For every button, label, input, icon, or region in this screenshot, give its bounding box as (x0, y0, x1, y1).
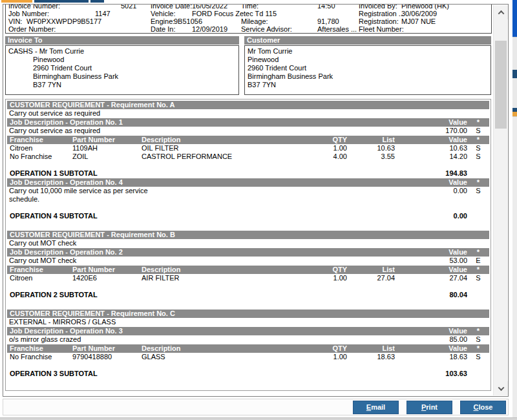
operation-line-flag: S (467, 187, 489, 204)
part-description: OIL FILTER (142, 144, 306, 152)
subtotal-value: 0.00 (395, 212, 467, 220)
scroll-up-button[interactable] (494, 5, 508, 19)
print-button[interactable]: Print (406, 401, 452, 414)
time-value: 14:50 (317, 4, 335, 10)
job-number-label: Job Number: (8, 10, 49, 17)
part-flag: S (467, 144, 489, 152)
vertical-scrollbar[interactable] (493, 5, 507, 395)
part-value: 14.20 (395, 152, 467, 161)
value-header: Value (395, 266, 467, 274)
close-button[interactable]: Close (460, 401, 506, 414)
description-header: Description (142, 344, 306, 353)
subtotal-value: 194.83 (395, 169, 467, 178)
invoice-number-label: Invoice Number: (8, 4, 60, 10)
vin-label: VIN: (8, 17, 22, 25)
mileage-label: Mileage: (241, 17, 268, 25)
time-label: Time: (241, 4, 258, 10)
part-franchise: Citroen (7, 274, 72, 282)
customer-line: 2960 Trident Court (248, 64, 488, 72)
operation-line-flag: S (467, 127, 489, 135)
value-column-header: Value (395, 248, 467, 257)
invoice-to-column: Invoice To CASHS - Mr Tom Currie Pinewoo… (5, 36, 239, 95)
operation-line-value: 0.00 (395, 187, 467, 204)
part-qty: 1.00 (306, 144, 347, 152)
vehicle-label: Vehicle: (151, 10, 176, 17)
part-list: 10.63 (347, 144, 395, 152)
operation-4-bar: Job Description - Operation No. 4 Value … (7, 178, 489, 187)
invoiced-by-value: Pinewood (HK) (401, 4, 449, 10)
job-number-value: 1147 (95, 10, 111, 17)
background-tab-orange (1, 0, 32, 3)
invoice-to-address-box: CASHS - Mr Tom Currie Pinewood 2960 Trid… (5, 45, 239, 95)
subtotal-label: OPERATION 4 SUBTOTAL (7, 212, 395, 220)
part-franchise: No Franchise (7, 152, 72, 161)
customer-line: Pinewood (248, 56, 488, 64)
requirements-container: CUSTOMER REQUIREMENT - Requirement No. A… (5, 99, 491, 391)
header-row-3: VIN: WF0PXXWPDP9B5177 Engine: 9B51056 Mi… (6, 17, 491, 25)
part-description: CASTROL PERFORMANCE (142, 152, 306, 161)
invoice-to-line: 2960 Trident Court (8, 64, 236, 72)
parts-table-header: Franchise Part Number Description QTY Li… (7, 344, 489, 353)
registration-date-label: Registration ... (359, 10, 405, 17)
flag-header: * (467, 266, 489, 274)
operation-4-subtotal-row: OPERATION 4 SUBTOTAL 0.00 (7, 212, 489, 220)
operation-line-value: 170.00 (395, 127, 467, 135)
description-header: Description (142, 266, 306, 274)
operation-line-text: Carry out service as required (7, 127, 395, 135)
bottom-edge-strip (0, 417, 517, 420)
part-qty: 4.00 (306, 152, 347, 161)
part-qty: 1.00 (306, 353, 347, 361)
scrollbar-thumb[interactable] (495, 41, 507, 129)
part-franchise: No Franchise (7, 353, 72, 361)
part-qty: 1.00 (306, 274, 347, 282)
part-description: AIR FILTER (142, 274, 306, 282)
list-header: List (347, 266, 395, 274)
value-column-header: Value (395, 118, 467, 127)
requirement-b-header: CUSTOMER REQUIREMENT - Requirement No. B (7, 231, 489, 239)
operation-line-flag: E (467, 257, 489, 265)
requirement-a-header: CUSTOMER REQUIREMENT - Requirement No. A (7, 101, 489, 109)
background-window-edge (512, 0, 517, 420)
invoice-date-value: 16/05/2022 (192, 4, 227, 10)
operation-line-text: Carry out 10,000 mile service as per ser… (7, 187, 395, 204)
registration-label: Registration: (359, 17, 399, 25)
customer-header: Customer (244, 36, 491, 45)
subtotal-label: OPERATION 1 SUBTOTAL (7, 169, 395, 178)
invoice-number-value: 5021 (121, 4, 136, 10)
email-button[interactable]: Email (353, 401, 399, 414)
flag-header: * (467, 344, 489, 353)
operation-line-value: 53.00 (395, 257, 467, 265)
operation-4-title: Job Description - Operation No. 4 (7, 178, 395, 187)
scroll-down-button[interactable] (494, 381, 508, 395)
subtotal-label: OPERATION 2 SUBTOTAL (7, 291, 395, 299)
operation-1-line: Carry out service as required 170.00 S (7, 127, 489, 135)
invoiced-by-label: Invoiced By: (359, 4, 397, 10)
engine-value: 9B51056 (174, 17, 202, 25)
value-header: Value (395, 136, 467, 144)
part-description: GLASS (142, 353, 306, 361)
part-flag: S (467, 152, 489, 161)
operation-3-line: o/s mirror glass crazed 85.00 S (7, 335, 489, 344)
vehicle-value: FORD Focus Zetec Td 115 (192, 10, 277, 17)
service-advisor-value: Aftersales ... (317, 25, 357, 33)
mileage-value: 91,780 (317, 17, 339, 25)
operation-3-subtotal-row: OPERATION 3 SUBTOTAL 103.63 (7, 370, 489, 378)
operation-4-line: Carry out 10,000 mile service as per ser… (7, 187, 489, 204)
background-edge-blue (512, 0, 517, 37)
requirement-b-text: Carry out MOT check (7, 239, 489, 247)
operation-3-bar: Job Description - Operation No. 3 Value … (7, 327, 489, 335)
background-tab-blue (34, 0, 89, 3)
value-column-header: Value (395, 327, 467, 335)
address-section: Invoice To CASHS - Mr Tom Currie Pinewoo… (5, 36, 491, 95)
order-number-label: Order Number: (8, 25, 56, 33)
part-row: No Franchise ZOIL CASTROL PERFORMANCE 4.… (7, 152, 489, 161)
part-list: 27.04 (347, 274, 395, 282)
part-number-header: Part Number (72, 344, 142, 353)
part-row: No Franchise 9790418880 GLASS 1.00 18.63… (7, 353, 489, 361)
registration-value: MJ07 NUE (401, 17, 436, 25)
chevron-down-icon (498, 384, 504, 391)
part-value: 10.63 (395, 144, 467, 152)
requirement-c-text: EXTERNAL - MIRRORS / GLASS (7, 318, 489, 326)
part-row: Citroen 1420E6 AIR FILTER 1.00 27.04 27.… (7, 274, 489, 282)
franchise-header: Franchise (7, 136, 72, 144)
